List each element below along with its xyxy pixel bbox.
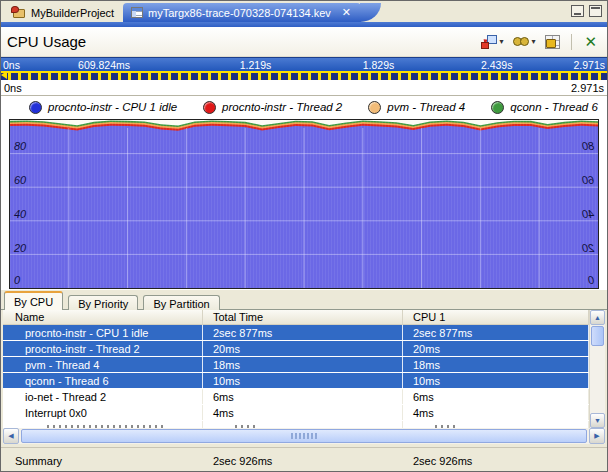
tab-label: myTargx86-trace-070328-074134.kev — [148, 7, 331, 19]
table-row-clipped[interactable] — [3, 421, 589, 428]
tab-label: MyBuilderProject — [31, 7, 114, 19]
range-end: 2.971s — [571, 82, 604, 94]
chart-area-wrap: 002020404060608080 — [1, 118, 607, 290]
search-icon — [513, 36, 529, 48]
cpu-usage-chart[interactable]: 002020404060608080 — [9, 119, 599, 289]
legend-item: procnto-instr - Thread 2 — [203, 101, 342, 114]
row-name: Interrupt 0x0 — [3, 405, 203, 420]
chevron-down-icon[interactable]: ▾ — [499, 37, 503, 46]
summary-bar: Summary 2sec 926ms 2sec 926ms — [1, 447, 607, 472]
scroll-right-icon[interactable]: ▶ — [589, 428, 605, 444]
column-header-cpu1[interactable]: CPU 1 — [403, 310, 589, 324]
horizontal-scrollbar[interactable]: ◀ ▶ — [3, 428, 605, 444]
maximize-icon[interactable] — [589, 5, 602, 17]
row-cpu1: 6ms — [403, 389, 589, 404]
row-total-time: 10ms — [203, 373, 403, 388]
timeline-tick: 609.824ms — [78, 59, 130, 71]
minimize-icon[interactable] — [571, 5, 584, 17]
timeline-selection-band[interactable] — [1, 71, 607, 80]
row-cpu1: 4ms — [403, 405, 589, 420]
legend-label: procnto-instr - Thread 2 — [222, 101, 342, 113]
lock-icon — [545, 35, 560, 49]
scroll-up-icon[interactable]: ▲ — [590, 310, 605, 325]
timeline-tick: 1.829s — [363, 59, 395, 71]
pane-layout-button[interactable]: ▾ — [478, 32, 506, 52]
horizontal-scroll-thumb[interactable] — [21, 429, 587, 443]
row-name: io-net - Thread 2 — [3, 389, 203, 404]
timeline-tick: 0ns — [3, 59, 20, 71]
row-total-time: 6ms — [203, 389, 403, 404]
lower-tabbar: By CPU By Priority By Partition — [1, 290, 607, 310]
row-total-time: 2sec 877ms — [203, 325, 403, 340]
legend-label: qconn - Thread 6 — [510, 101, 598, 113]
row-cpu1: 10ms — [403, 373, 589, 388]
summary-cpu1: 2sec 926ms — [403, 455, 607, 467]
row-cpu1: 20ms — [403, 341, 589, 356]
timeline-range-row: 0ns 2.971s — [1, 80, 607, 96]
tab-my-builder-project[interactable]: MyBuilderProject — [3, 3, 122, 22]
legend-dot-icon — [203, 101, 216, 114]
table-row[interactable]: procnto-instr - CPU 1 idle 2sec 877ms 2s… — [3, 325, 589, 340]
table-row[interactable]: procnto-instr - Thread 2 20ms 20ms — [3, 341, 589, 356]
clipped-text — [235, 425, 255, 428]
toolbar-separator — [571, 34, 572, 50]
scroll-left-icon[interactable]: ◀ — [3, 428, 19, 444]
legend-dot-icon — [368, 101, 381, 114]
tabstrip-underline — [1, 22, 607, 27]
timeline-tick: 1.219s — [240, 59, 272, 71]
editor-tabstrip: MyBuilderProject myTargx86-trace-070328-… — [1, 1, 607, 27]
clipped-text — [435, 425, 455, 428]
timeline-ruler[interactable]: 0ns 609.824ms 1.219s 1.829s 2.439s 2.971… — [1, 57, 607, 71]
vertical-scroll-track[interactable] — [590, 347, 605, 413]
timeline-tick: 2.971s — [573, 59, 605, 71]
vertical-scrollbar[interactable]: ▲ ▼ — [589, 310, 605, 428]
vertical-scroll-thumb[interactable] — [591, 326, 604, 346]
summary-total-time: 2sec 926ms — [203, 455, 403, 467]
clipped-text — [47, 425, 167, 428]
column-header-name[interactable]: Name — [3, 310, 203, 324]
timeline-tick: 2.439s — [481, 59, 513, 71]
view-header: CPU Usage ▾ ▾ ✕ — [1, 27, 607, 57]
row-name: procnto-instr - Thread 2 — [3, 341, 203, 356]
tab-close-icon[interactable]: ✕ — [342, 6, 351, 19]
view-window-buttons — [571, 5, 602, 17]
chart-legend: procnto-instr - CPU 1 idle procnto-instr… — [1, 96, 607, 118]
legend-dot-icon — [491, 101, 504, 114]
row-cpu1: 18ms — [403, 357, 589, 372]
row-name: qconn - Thread 6 — [3, 373, 203, 388]
scroll-down-icon[interactable]: ▼ — [590, 413, 605, 428]
legend-item: procnto-instr - CPU 1 idle — [29, 101, 177, 114]
lock-view-button[interactable] — [542, 32, 563, 52]
chevron-down-icon[interactable]: ▾ — [531, 37, 535, 46]
tab-by-cpu[interactable]: By CPU — [4, 291, 63, 310]
usage-chart-svg — [10, 120, 598, 288]
row-total-time: 20ms — [203, 341, 403, 356]
search-button[interactable]: ▾ — [510, 33, 538, 51]
summary-label: Summary — [3, 455, 203, 467]
row-total-time: 4ms — [203, 405, 403, 420]
tab-tail — [360, 3, 381, 22]
row-name: procnto-instr - CPU 1 idle — [3, 325, 203, 340]
view-toolbar: ▾ ▾ ✕ — [478, 32, 601, 52]
profiler-window: MyBuilderProject myTargx86-trace-070328-… — [0, 0, 608, 472]
project-icon — [11, 6, 26, 19]
close-view-icon[interactable]: ✕ — [580, 35, 601, 49]
table-row[interactable]: pvm - Thread 4 18ms 18ms — [3, 357, 589, 372]
table-row[interactable]: io-net - Thread 2 6ms 6ms — [3, 389, 589, 404]
tab-by-priority[interactable]: By Priority — [68, 295, 138, 311]
table-header: Name Total Time CPU 1 — [3, 310, 589, 325]
table-body: procnto-instr - CPU 1 idle 2sec 877ms 2s… — [3, 325, 589, 428]
tab-by-partition[interactable]: By Partition — [143, 295, 219, 311]
thumb-grip-icon — [291, 433, 317, 439]
column-header-total-time[interactable]: Total Time — [203, 310, 403, 324]
table-row[interactable]: qconn - Thread 6 10ms 10ms — [3, 373, 589, 388]
table-row[interactable]: Interrupt 0x0 4ms 4ms — [3, 405, 589, 420]
row-name: pvm - Thread 4 — [3, 357, 203, 372]
selection-left-arrow-icon[interactable] — [1, 71, 7, 79]
legend-label: procnto-instr - CPU 1 idle — [48, 101, 177, 113]
row-cpu1: 2sec 877ms — [403, 325, 589, 340]
legend-dot-icon — [29, 101, 42, 114]
pane-layout-icon — [481, 35, 497, 49]
tab-trace-file[interactable]: myTargx86-trace-070328-074134.kev ✕ — [123, 3, 361, 22]
trace-file-icon — [131, 7, 143, 18]
